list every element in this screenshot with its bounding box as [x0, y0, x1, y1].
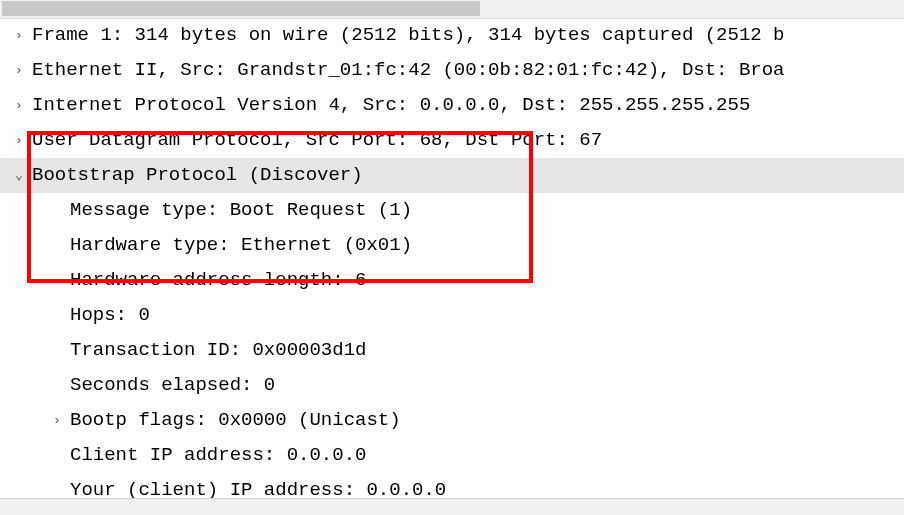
- tree-row-hw-addr-len[interactable]: Hardware address length: 6: [0, 263, 904, 298]
- tree-label: Ethernet II, Src: Grandstr_01:fc:42 (00:…: [32, 53, 785, 87]
- tree-row-hw-type[interactable]: Hardware type: Ethernet (0x01): [0, 228, 904, 263]
- tree-row-hops[interactable]: Hops: 0: [0, 298, 904, 333]
- tree-row-frame[interactable]: › Frame 1: 314 bytes on wire (2512 bits)…: [0, 18, 904, 53]
- tree-row-ciaddr[interactable]: Client IP address: 0.0.0.0: [0, 438, 904, 473]
- chevron-right-icon[interactable]: ›: [10, 129, 28, 152]
- tree-label: Frame 1: 314 bytes on wire (2512 bits), …: [32, 18, 785, 52]
- tree-label: Client IP address: 0.0.0.0: [48, 438, 366, 472]
- packet-details-panel: › Frame 1: 314 bytes on wire (2512 bits)…: [0, 0, 904, 515]
- tree-label: User Datagram Protocol, Src Port: 68, Ds…: [32, 123, 602, 157]
- tree-row-yiaddr[interactable]: Your (client) IP address: 0.0.0.0: [0, 473, 904, 499]
- tree-row-flags[interactable]: › Bootp flags: 0x0000 (Unicast): [0, 403, 904, 438]
- chevron-right-icon[interactable]: ›: [48, 409, 66, 432]
- tree-label: Internet Protocol Version 4, Src: 0.0.0.…: [32, 88, 750, 122]
- tree-label: Seconds elapsed: 0: [48, 368, 275, 402]
- protocol-tree[interactable]: › Frame 1: 314 bytes on wire (2512 bits)…: [0, 18, 904, 499]
- chevron-down-icon[interactable]: ⌄: [10, 164, 28, 187]
- bottom-panel-border: [0, 498, 904, 515]
- tree-label: Hardware type: Ethernet (0x01): [48, 228, 412, 262]
- tree-label: Bootp flags: 0x0000 (Unicast): [70, 403, 401, 437]
- tree-label: Hops: 0: [48, 298, 150, 332]
- tree-label: Your (client) IP address: 0.0.0.0: [48, 473, 446, 499]
- horizontal-scrollbar-thumb[interactable]: [2, 1, 480, 16]
- tree-row-secs[interactable]: Seconds elapsed: 0: [0, 368, 904, 403]
- tree-label: Bootstrap Protocol (Discover): [32, 158, 363, 192]
- tree-label: Transaction ID: 0x00003d1d: [48, 333, 366, 367]
- tree-label: Message type: Boot Request (1): [48, 193, 412, 227]
- tree-row-ethernet[interactable]: › Ethernet II, Src: Grandstr_01:fc:42 (0…: [0, 53, 904, 88]
- tree-row-ip[interactable]: › Internet Protocol Version 4, Src: 0.0.…: [0, 88, 904, 123]
- tree-label: Hardware address length: 6: [48, 263, 366, 297]
- chevron-right-icon[interactable]: ›: [10, 59, 28, 82]
- tree-row-msg-type[interactable]: Message type: Boot Request (1): [0, 193, 904, 228]
- tree-row-txid[interactable]: Transaction ID: 0x00003d1d: [0, 333, 904, 368]
- tree-row-udp[interactable]: › User Datagram Protocol, Src Port: 68, …: [0, 123, 904, 158]
- tree-row-bootp[interactable]: ⌄ Bootstrap Protocol (Discover): [0, 158, 904, 193]
- horizontal-scrollbar-track[interactable]: [0, 0, 904, 19]
- chevron-right-icon[interactable]: ›: [10, 24, 28, 47]
- chevron-right-icon[interactable]: ›: [10, 94, 28, 117]
